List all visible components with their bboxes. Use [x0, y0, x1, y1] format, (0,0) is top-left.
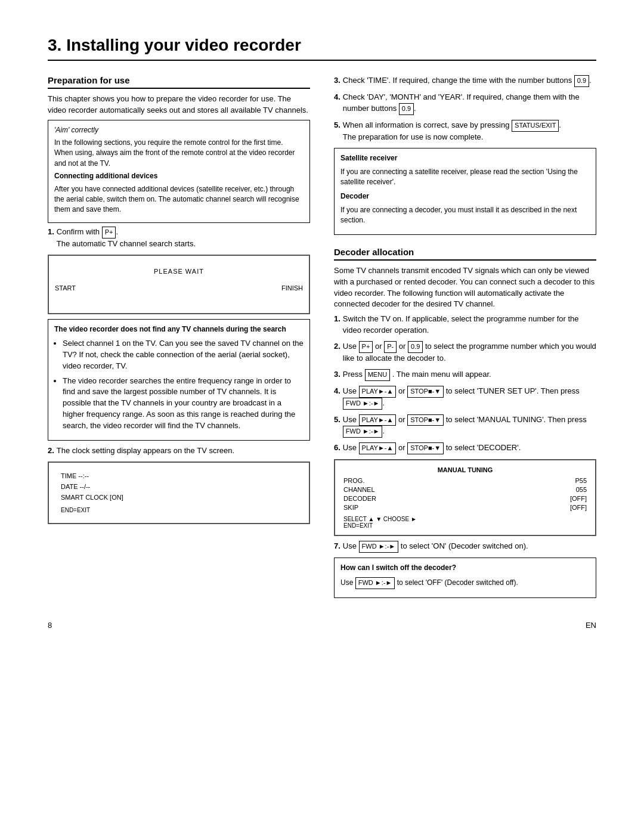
- mt-channel-value: 055: [576, 486, 587, 493]
- preparation-heading: Preparation for use: [48, 75, 310, 89]
- screen-please-wait: PLEASE WAIT START FINISH: [48, 255, 310, 314]
- r-step5-num: 5.: [334, 414, 340, 438]
- connecting-text: After you have connected additional devi…: [54, 184, 304, 215]
- step2: 2. The clock setting display appears on …: [48, 445, 310, 457]
- r-step3-content: Press MENU . The main menu will appear.: [343, 369, 491, 381]
- r-step4: 4. Use PLAY►-▲ or STOP■-▼ to select 'TUN…: [334, 386, 596, 410]
- r-step2-content: Use P+ or P- or 0.9 to select the progra…: [343, 341, 596, 364]
- r-step6-key1: PLAY►-▲: [359, 442, 397, 454]
- r-step2-key2: P-: [384, 341, 397, 353]
- mt-row-channel: CHANNEL 055: [343, 486, 587, 493]
- r-step3-key: MENU: [365, 369, 390, 381]
- r-step2-key1: P+: [359, 341, 373, 353]
- r-step2-key3: 0.9: [408, 341, 423, 353]
- clock-date: DATE --/--: [61, 483, 297, 490]
- step4-key: 0.9: [399, 103, 414, 115]
- r-step4-key3: FWD ►:-►: [343, 398, 383, 410]
- step3-content: Check 'TIME'. If required, change the ti…: [343, 75, 592, 87]
- how-key: FWD ►:-►: [355, 577, 395, 589]
- aim-box: 'Aim' correctly In the following section…: [48, 120, 310, 223]
- screen-clock: TIME --:-- DATE --/-- SMART CLOCK [ON] E…: [48, 462, 310, 524]
- decoder-text: If you are connecting a decoder, you mus…: [340, 205, 590, 226]
- warning-bullet-2: The video recorder searches the entire f…: [63, 376, 304, 432]
- r-step4-num: 4.: [334, 386, 340, 410]
- aim-label: 'Aim' correctly: [54, 126, 98, 134]
- page-title: 3. Installing your video recorder: [48, 36, 596, 61]
- step3-key: 0.9: [574, 75, 589, 87]
- mt-footer1: SELECT ▲ ▼ CHOOSE ► END=EXIT: [343, 516, 587, 529]
- satellite-text: If you are connecting a satellite receiv…: [340, 167, 590, 188]
- r-step1-num: 1.: [334, 314, 340, 336]
- info-box: Satellite receiver If you are connecting…: [334, 148, 596, 235]
- mt-row-skip: SKIP [OFF]: [343, 504, 587, 511]
- how-title: How can I switch off the decoder?: [340, 563, 456, 572]
- page-footer: 8 EN: [48, 621, 596, 630]
- step1-num: 1.: [48, 227, 54, 250]
- right-column: 3. Check 'TIME'. If required, change the…: [334, 75, 596, 603]
- mt-prog-value: P55: [575, 477, 587, 484]
- mt-channel-label: CHANNEL: [343, 486, 375, 493]
- step3-num: 3.: [334, 75, 340, 87]
- r-step5-key2: STOP■-▼: [407, 414, 444, 426]
- aim-text: In the following sections, you require t…: [54, 138, 304, 169]
- satellite-label: Satellite receiver: [340, 154, 397, 162]
- clock-smart: SMART CLOCK [ON]: [61, 494, 297, 501]
- step5-key: STATUS/EXIT: [512, 120, 559, 132]
- r-step6-key2: STOP■-▼: [407, 442, 444, 454]
- clock-footer: END=EXIT: [61, 507, 297, 513]
- screen-manual-tuning: MANUAL TUNING PROG. P55 CHANNEL 055 DECO…: [334, 459, 596, 536]
- finish-label: FINISH: [281, 284, 303, 292]
- step5-content: When all information is correct, save by…: [343, 120, 561, 143]
- step4-content: Check 'DAY', 'MONTH' and 'YEAR'. If requ…: [343, 92, 596, 115]
- warning-bullet-1: Select channel 1 on the TV. Can you see …: [63, 338, 304, 372]
- r-step3: 3. Press MENU . The main menu will appea…: [334, 369, 596, 381]
- locale-label: EN: [586, 621, 596, 630]
- how-box: How can I switch off the decoder? Use FW…: [334, 558, 596, 597]
- decoder-intro: Some TV channels transmit encoded TV sig…: [334, 265, 596, 310]
- r-step2-num: 2.: [334, 341, 340, 364]
- r-step7: 7. Use FWD ►:-► to select 'ON' (Decoder …: [334, 541, 596, 553]
- step3: 3. Check 'TIME'. If required, change the…: [334, 75, 596, 87]
- r-step4-key1: PLAY►-▲: [359, 386, 397, 398]
- step2-num: 2.: [48, 445, 54, 457]
- mt-skip-label: SKIP: [343, 504, 358, 511]
- r-step6-content: Use PLAY►-▲ or STOP■-▼ to select 'DECODE…: [343, 442, 521, 454]
- r-step2: 2. Use P+ or P- or 0.9 to select the pro…: [334, 341, 596, 364]
- r-step4-key2: STOP■-▼: [407, 386, 444, 398]
- decoder-label: Decoder: [340, 192, 369, 200]
- warning-bullets: Select channel 1 on the TV. Can you see …: [54, 338, 304, 432]
- step4: 4. Check 'DAY', 'MONTH' and 'YEAR'. If r…: [334, 92, 596, 115]
- page-number: 8: [48, 621, 52, 630]
- mt-row-decoder: DECODER [OFF]: [343, 495, 587, 502]
- left-column: Preparation for use This chapter shows y…: [48, 75, 310, 603]
- start-label: START: [55, 284, 76, 292]
- preparation-intro: This chapter shows you how to prepare th…: [48, 94, 310, 116]
- step5: 5. When all information is correct, save…: [334, 120, 596, 143]
- r-step7-content: Use FWD ►:-► to select 'ON' (Decoder swi…: [343, 541, 528, 553]
- r-step6-num: 6.: [334, 442, 340, 454]
- how-text: Use FWD ►:-► to select 'OFF' (Decoder sw…: [340, 577, 590, 589]
- mt-title: MANUAL TUNING: [343, 466, 587, 473]
- step2-text: The clock setting display appears on the…: [57, 445, 234, 457]
- r-step7-key: FWD ►:-►: [359, 541, 399, 553]
- step1-text: Confirm with P+. The automatic TV channe…: [57, 227, 196, 250]
- r-step1: 1. Switch the TV on. If applicable, sele…: [334, 314, 596, 336]
- r-step5-key3: FWD ►:-►: [343, 426, 383, 438]
- preparation-section: Preparation for use This chapter shows y…: [48, 75, 310, 529]
- r-step5-key1: PLAY►-▲: [359, 414, 397, 426]
- step1-key: P+: [102, 227, 116, 239]
- r-step6: 6. Use PLAY►-▲ or STOP■-▼ to select 'DEC…: [334, 442, 596, 454]
- mt-decoder-label: DECODER: [343, 495, 376, 502]
- please-wait-text: PLEASE WAIT: [55, 268, 303, 275]
- r-step5: 5. Use PLAY►-▲ or STOP■-▼ to select 'MAN…: [334, 414, 596, 438]
- r-step1-text: Switch the TV on. If applicable, select …: [343, 314, 596, 336]
- r-step4-content: Use PLAY►-▲ or STOP■-▼ to select 'TUNER …: [343, 386, 596, 410]
- r-step3-num: 3.: [334, 369, 340, 381]
- r-step7-num: 7.: [334, 541, 340, 553]
- connecting-label: Connecting additional devices: [54, 172, 157, 180]
- pw-bar: START FINISH: [55, 284, 303, 292]
- mt-skip-value: [OFF]: [570, 504, 587, 511]
- left-continued: 3. Check 'TIME'. If required, change the…: [334, 75, 596, 240]
- mt-decoder-value: [OFF]: [570, 495, 587, 502]
- r-step5-content: Use PLAY►-▲ or STOP■-▼ to select 'MANUAL…: [343, 414, 596, 438]
